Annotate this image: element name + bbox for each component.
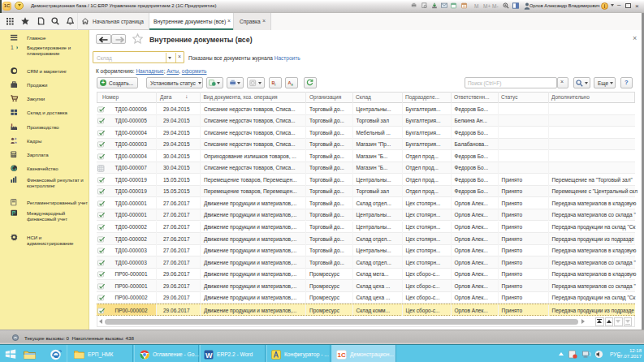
svg-text:я: я (291, 83, 293, 86)
svg-text:W: W (205, 351, 213, 360)
svg-text:1С: 1С (338, 351, 346, 359)
svg-text:1: 1 (11, 45, 14, 50)
svg-text:г: г (274, 83, 276, 86)
